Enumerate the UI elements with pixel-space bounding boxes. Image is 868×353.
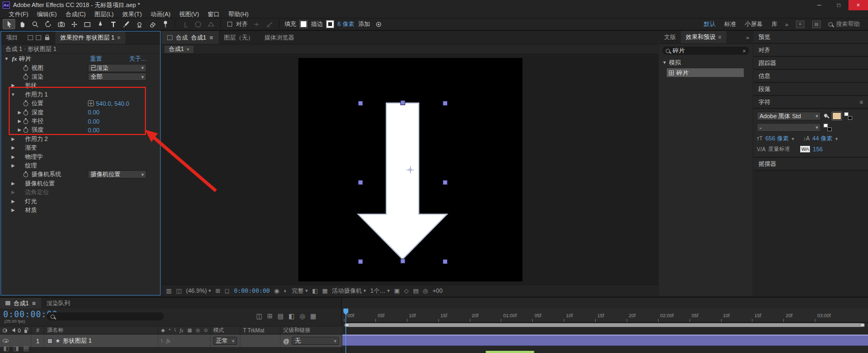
caret-down-icon[interactable]: ▾ bbox=[792, 136, 794, 142]
stopwatch-icon[interactable] bbox=[23, 65, 29, 71]
motion-blur-icon[interactable]: ◎ bbox=[299, 312, 305, 320]
tab-timeline-comp[interactable]: 合成1 ≡ bbox=[0, 298, 41, 309]
hand-tool[interactable] bbox=[16, 19, 28, 29]
workspace-item[interactable]: 默认 bbox=[704, 20, 716, 28]
parent-pickwhip-icon[interactable]: @ bbox=[283, 338, 289, 344]
axis-mode-local-icon[interactable] bbox=[178, 19, 191, 29]
property-value[interactable]: 0.00 bbox=[88, 127, 99, 133]
effect-property-row[interactable]: ▶ 作用力 2 ▾ bbox=[1, 134, 160, 143]
workspace-panel-icon[interactable]: ≡ bbox=[796, 21, 805, 28]
expander-icon[interactable]: ▶ bbox=[16, 110, 23, 115]
expand-transfer-icon[interactable]: ◧ bbox=[3, 345, 9, 352]
property-value-box[interactable]: 已渲染 ▾ bbox=[88, 64, 146, 72]
collapsed-panel-header[interactable]: 预览 bbox=[754, 31, 868, 44]
effect-property-row[interactable]: ▶ 摄像机位置 ▾ bbox=[1, 179, 160, 188]
effect-header[interactable]: ▼ fx 碎片 重置 关于... bbox=[1, 54, 160, 63]
property-value[interactable]: 0.00 bbox=[88, 118, 99, 125]
layer-trkmat-cell[interactable] bbox=[240, 335, 280, 347]
expander-icon[interactable]: ▶ bbox=[10, 181, 16, 186]
timeline-track-area[interactable]: :00f05f10f15f20f01:00f05f10f15f20f02:00f… bbox=[342, 298, 868, 353]
column-source-name[interactable]: 源名称 bbox=[44, 326, 158, 334]
magnification-dropdown[interactable]: (46.9%)▾ bbox=[186, 287, 211, 294]
pixel-aspect-icon[interactable]: ▣ bbox=[394, 287, 399, 294]
menu-item[interactable]: 文件(F) bbox=[4, 10, 33, 18]
property-value[interactable]: 540.0, 540.0 bbox=[96, 100, 129, 107]
effect-property-row[interactable]: 摄像机系统 摄像机位置 ▾ bbox=[1, 170, 160, 179]
add-shape-label[interactable]: 添加 bbox=[358, 20, 370, 28]
puppet-pin-tool[interactable] bbox=[159, 19, 171, 29]
tracking-value[interactable]: 156 bbox=[813, 146, 822, 152]
stroke-style-swatches[interactable] bbox=[824, 124, 832, 131]
type-tool[interactable] bbox=[107, 19, 119, 29]
expander-icon[interactable]: ▼ bbox=[10, 92, 16, 97]
work-area-bar[interactable] bbox=[344, 323, 865, 327]
column-index[interactable]: # bbox=[31, 326, 44, 334]
stroke-width-value[interactable]: 6 像素 bbox=[337, 20, 354, 28]
snapshot-icon[interactable]: ◉ bbox=[274, 287, 279, 294]
collapsed-panel-header[interactable]: 信息 bbox=[754, 70, 868, 83]
lock-icon[interactable] bbox=[24, 330, 27, 333]
tab-composition[interactable]: 合成 合成1 ≡ bbox=[162, 31, 219, 44]
brush-tool[interactable] bbox=[120, 19, 132, 29]
composition-mini-flow-icon[interactable]: ◫ bbox=[256, 312, 262, 320]
camera-tool[interactable] bbox=[55, 19, 67, 29]
motion-blur-switch-icon[interactable]: ◎ bbox=[196, 328, 200, 333]
caret-down-icon[interactable]: ▾ bbox=[835, 136, 838, 142]
maximize-button[interactable]: □ bbox=[829, 0, 848, 10]
effect-property-row[interactable]: ▶ 半径 0.00 ▾ bbox=[1, 117, 160, 125]
property-value[interactable]: 已渲染 bbox=[91, 64, 108, 72]
collapsed-panel-header[interactable]: 对齐 bbox=[754, 44, 868, 57]
flowchart-icon[interactable]: ◎ bbox=[423, 287, 429, 294]
viewer-timecode[interactable]: 0:00:00:00 bbox=[234, 287, 270, 294]
expand-inout-icon[interactable]: ▤ bbox=[23, 345, 29, 352]
character-panel-header[interactable]: 字符 ≡ bbox=[754, 96, 868, 109]
effect-property-row[interactable]: ▶ 纹理 ▾ bbox=[1, 161, 160, 170]
property-value-box[interactable]: 全部 ▾ bbox=[88, 73, 146, 81]
expander-icon[interactable]: ▼ bbox=[662, 60, 667, 65]
close-button[interactable]: × bbox=[848, 0, 868, 10]
text-color-swatch[interactable] bbox=[832, 112, 841, 120]
effect-property-row[interactable]: ▼ 作用力 1 ▾ bbox=[1, 90, 160, 99]
tab-secondary[interactable]: 文版 bbox=[659, 31, 681, 43]
tab-render-queue[interactable]: 渲染队列 bbox=[41, 298, 76, 309]
effects-switch-icon[interactable]: fx bbox=[180, 328, 183, 333]
workspace-grid-icon[interactable]: ▤ bbox=[812, 21, 821, 28]
expander-icon[interactable]: ▶ bbox=[10, 137, 16, 142]
fill-stroke-swatches[interactable] bbox=[844, 112, 852, 120]
panel-menu-icon[interactable]: ≡ bbox=[32, 300, 35, 306]
anchor-point[interactable] bbox=[406, 166, 414, 174]
selection-handle[interactable] bbox=[359, 101, 362, 105]
position-crosshair-icon[interactable] bbox=[88, 100, 94, 106]
pan-behind-tool[interactable] bbox=[68, 19, 80, 29]
menu-item[interactable]: 效果(T) bbox=[118, 10, 146, 18]
audio-icon[interactable] bbox=[10, 328, 15, 332]
leading-value[interactable]: 44 像素 bbox=[812, 134, 832, 143]
stopwatch-icon[interactable] bbox=[23, 110, 29, 115]
grid-guides-icon[interactable]: ⊞ bbox=[215, 287, 220, 294]
workspace-overflow-icon[interactable]: » bbox=[785, 21, 788, 28]
preview-monitor-icon[interactable]: ◫ bbox=[176, 287, 181, 294]
effect-property-row[interactable]: ▶ 物理学 ▾ bbox=[1, 152, 160, 161]
camera-view-dropdown[interactable]: 活动摄像机▾ bbox=[332, 287, 366, 295]
tab-effects-presets[interactable]: 效果和预设≡ bbox=[681, 31, 726, 43]
property-value-box[interactable]: 0.00 ▾ bbox=[88, 109, 99, 115]
menu-item[interactable]: 动画(A) bbox=[146, 10, 175, 18]
layer-row[interactable]: 1 ★ 形状图层 1 \ fx 正常▾ @ 无▾ bbox=[0, 335, 342, 347]
timeline-mini-icon[interactable]: ▤ bbox=[413, 287, 418, 294]
effect-property-row[interactable]: ▶ 强度 0.00 ▾ bbox=[1, 126, 160, 134]
property-value[interactable]: 0.00 bbox=[88, 109, 99, 115]
viewer-canvas[interactable] bbox=[162, 54, 658, 285]
collapsed-panel-header[interactable]: 段落 bbox=[754, 83, 868, 96]
roi-icon[interactable]: ◧ bbox=[312, 287, 317, 294]
effect-property-row[interactable]: 位置 540.0, 540.0 ▾ bbox=[1, 99, 160, 108]
layer-duration-bar[interactable] bbox=[342, 335, 868, 346]
eyedropper-icon[interactable] bbox=[824, 113, 829, 119]
blend-mode-dropdown[interactable]: 正常▾ bbox=[213, 337, 237, 345]
axis-mode-view-icon[interactable] bbox=[205, 19, 217, 29]
selection-handle[interactable] bbox=[443, 260, 447, 264]
expander-icon[interactable]: ▶ bbox=[16, 127, 23, 132]
property-value-box[interactable]: 摄像机位置 ▾ bbox=[88, 170, 146, 178]
work-area-start-handle[interactable] bbox=[344, 323, 349, 327]
stopwatch-icon[interactable] bbox=[23, 74, 29, 80]
tab-layer[interactable]: 图层（无） bbox=[219, 31, 259, 44]
